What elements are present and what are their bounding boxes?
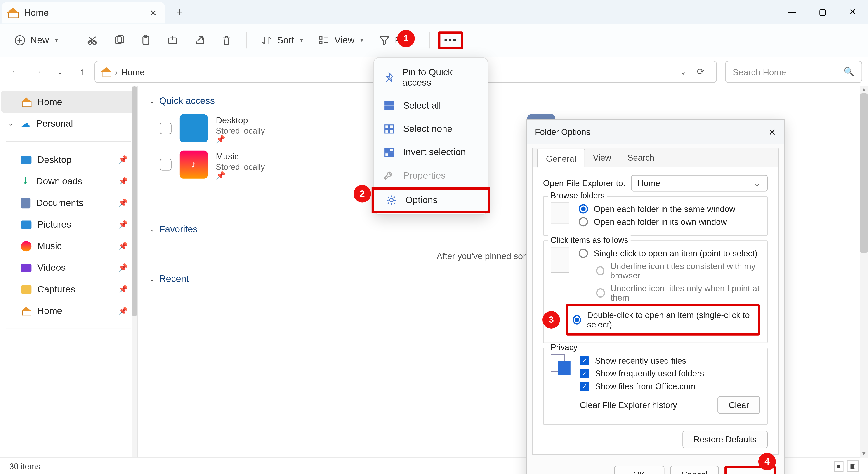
menu-options[interactable]: Options [372,187,490,213]
radio-double-click[interactable]: Double-click to open an item (single-cli… [573,309,753,331]
home-icon [101,67,111,77]
svg-rect-18 [385,148,388,151]
menu-select-none[interactable]: Select none [374,117,488,141]
sidebar-item-videos[interactable]: Videos📌 [1,257,136,278]
tab-view[interactable]: View [585,148,619,167]
clear-button[interactable]: Clear [718,396,760,414]
radio-own-window[interactable]: Open each folder in its own window [579,215,760,228]
dialog-close-button[interactable]: ✕ [768,126,776,138]
radio-same-window[interactable]: Open each folder in the same window [579,202,760,215]
status-count: 30 items [9,461,40,471]
chevron-down-icon: ▾ [360,37,363,43]
pin-icon: 📌 [119,306,128,315]
chevron-down-icon[interactable]: ⌄ [680,66,687,77]
details-view-button[interactable]: ≡ [834,461,843,471]
radio-underline-browser: Underline icon titles consistent with my… [596,260,760,282]
filter-button[interactable]: Filter 1 [373,31,421,49]
new-button[interactable]: New▾ [8,31,64,49]
tiles-view-button[interactable]: ▦ [847,461,859,472]
section-quick-access[interactable]: ⌄ Quick access [149,92,857,110]
sidebar-item-captures[interactable]: Captures📌 [1,278,136,300]
svg-rect-14 [385,125,388,128]
menu-invert-selection[interactable]: Invert selection [374,141,488,164]
check-frequent-folders[interactable]: ✓Show frequently used folders [580,367,760,380]
svg-rect-20 [385,153,388,156]
rename-button[interactable] [161,31,184,49]
filter-icon [378,34,390,46]
tab-close-button[interactable]: ✕ [145,5,162,21]
chevron-down-icon: ⌄ [149,226,155,233]
open-to-select[interactable]: Home ⌄ [631,175,768,191]
breadcrumb-home[interactable]: Home [121,67,145,77]
invert-selection-icon [383,147,395,158]
annotation-badge-2: 2 [353,185,371,202]
view-button[interactable]: View▾ [312,31,369,49]
ok-button[interactable]: OK [614,466,664,474]
search-icon: 🔍 [844,66,855,77]
svg-rect-13 [390,106,393,110]
sidebar-item-home2[interactable]: Home📌 [1,300,136,321]
sidebar-item-pictures[interactable]: Pictures📌 [1,213,136,235]
music-icon [21,241,31,251]
paste-button[interactable] [134,31,158,49]
sidebar-item-desktop[interactable]: Desktop📌 [1,149,136,170]
sidebar-item-downloads[interactable]: ⭳Downloads📌 [1,171,136,192]
cancel-button[interactable]: Cancel [670,466,719,474]
sidebar-item-personal[interactable]: ⌄ ☁ Personal [1,113,136,134]
onedrive-icon: ☁ [21,118,30,129]
more-button[interactable]: ••• [438,31,463,49]
pin-icon [383,72,394,84]
maximize-button[interactable]: ▢ [807,0,838,23]
check-office-files[interactable]: ✓Show files from Office.com [580,380,760,393]
gear-icon [385,194,397,206]
checkbox-icon: ✓ [580,369,589,378]
checkbox[interactable] [160,123,172,134]
minimize-button[interactable]: — [777,0,807,23]
chevron-right-icon[interactable]: ⌄ [8,120,13,127]
svg-rect-10 [385,101,388,105]
sidebar-scrollbar[interactable] [132,86,137,457]
view-icon [318,34,330,46]
window-controls: — ▢ ✕ [777,0,868,23]
recent-locations-button[interactable]: ⌄ [50,62,70,82]
menu-select-all[interactable]: Select all [374,94,488,117]
select-all-icon [383,100,395,112]
refresh-button[interactable]: ⟳ [690,62,710,82]
quick-item-desktop[interactable]: Desktop Stored locally 📌 [160,114,358,143]
delete-button[interactable] [215,31,238,49]
sort-button[interactable]: Sort▾ [255,31,309,49]
svg-rect-17 [390,129,393,133]
new-tab-button[interactable]: ＋ [170,2,190,22]
sidebar-item-documents[interactable]: Documents📌 [1,192,136,213]
up-button[interactable]: ↑ [72,62,92,82]
svg-rect-9 [320,41,322,43]
pin-icon: 📌 [119,198,128,207]
sidebar-item-music[interactable]: Music📌 [1,235,136,257]
tab-search[interactable]: Search [619,148,662,167]
folder-icon [21,285,31,293]
documents-icon [21,198,30,208]
plus-circle-icon [14,34,26,46]
check-recent-files[interactable]: ✓Show recently used files [580,354,760,367]
quick-item-music[interactable]: ♪ Music Stored locally 📌 [160,151,358,179]
checkbox[interactable] [160,159,172,171]
dialog-titlebar[interactable]: Folder Options ✕ [527,120,784,144]
click-preview-icon [551,247,569,273]
cut-button[interactable] [81,31,104,49]
search-input[interactable]: Search Home 🔍 [725,61,862,83]
forward-button[interactable]: → [28,62,48,82]
back-button[interactable]: ← [6,62,26,82]
pin-icon: 📌 [119,263,128,272]
copy-button[interactable] [107,31,131,49]
menu-pin-quick-access[interactable]: Pin to Quick access [374,61,488,94]
wrench-icon [383,170,395,182]
tab-home[interactable]: Home ✕ [2,2,165,23]
share-button[interactable] [188,31,211,49]
radio-single-click[interactable]: Single-click to open an item (point to s… [579,247,760,260]
browse-preview-icon [551,202,569,224]
sidebar-item-home[interactable]: Home [1,91,136,113]
restore-defaults-button[interactable]: Restore Defaults [682,431,768,448]
tab-general[interactable]: General [537,149,585,168]
close-window-button[interactable]: ✕ [838,0,868,23]
main-scrollbar[interactable]: ▲ ▼ [860,86,868,457]
